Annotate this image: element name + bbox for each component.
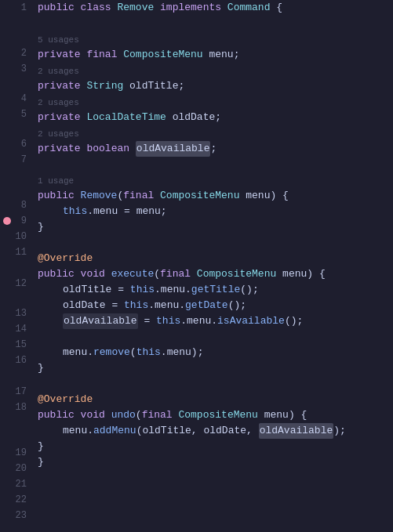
token-menu-addmenu: menu. <box>63 423 93 439</box>
token-oldavailable-hl: oldAvailable <box>136 141 211 157</box>
gutter-21: 21 <box>0 476 27 492</box>
gutter-16: 16 <box>0 353 27 368</box>
code-editor: 1 2 3 4 5 6 7 8 9 10 11 12 13 14 15 16 1… <box>0 0 393 532</box>
token-dot-2: .menu. <box>155 282 191 298</box>
token-public-3: public <box>38 266 81 282</box>
token-public-4: public <box>38 407 81 423</box>
token-private-3: private <box>38 110 86 125</box>
code-line-19: } <box>38 439 393 454</box>
token-addmenu-fn: addMenu <box>93 423 136 439</box>
token-eq-1: = <box>138 313 156 329</box>
token-paren7: ( <box>136 407 142 423</box>
token-close-brace-1: } <box>38 219 44 235</box>
token-paren3: (); <box>240 282 258 298</box>
code-line-18: menu. addMenu (oldTitle, oldDate, oldAva… <box>38 423 393 439</box>
token-class: class <box>81 0 118 16</box>
token-menu-var: menu; <box>209 47 239 63</box>
usage-5: 5 usages <box>38 33 393 47</box>
token-final-3: final <box>160 266 197 282</box>
gutter-2: 2 <box>0 45 27 61</box>
token-public-2: public <box>38 188 81 204</box>
code-line-4: private LocalDateTime oldDate; <box>38 110 393 125</box>
token-final-4: final <box>142 407 179 423</box>
gutter-7: 7 <box>0 152 27 168</box>
code-line-10: public void execute ( final CompositeMen… <box>38 266 393 282</box>
usage-2c: 2 usages <box>38 127 393 141</box>
token-remove-fn: Remove <box>81 188 118 204</box>
usage-2a: 2 usages <box>38 64 393 78</box>
token-void-1: void <box>81 266 111 282</box>
gutter-23: 23 <box>0 508 27 523</box>
token-paren1: ( <box>117 188 123 204</box>
token-close-brace-2: } <box>38 360 44 376</box>
gutter-13: 13 <box>0 306 27 321</box>
token-compositemenu-4: CompositeMenu <box>178 407 264 423</box>
usage-2b: 2 usages <box>38 96 393 110</box>
token-semi-1: ; <box>210 141 217 157</box>
gutter-22: 22 <box>0 492 27 508</box>
token-boolean: boolean <box>86 141 135 157</box>
token-this-1: this <box>63 204 87 219</box>
gutter-3: 3 <box>0 61 27 77</box>
token-undo-fn: undo <box>111 407 136 423</box>
token-isavailable: isAvailable <box>217 313 285 329</box>
blank-5 <box>38 376 393 392</box>
gutter-1: 1 <box>0 0 27 16</box>
token-paren4: (); <box>228 298 246 313</box>
gutter-17: 17 <box>0 384 27 400</box>
gutter-15: 15 <box>0 337 27 353</box>
token-final-2: final <box>123 188 160 204</box>
line-numbers: 1 2 3 4 5 6 7 8 9 10 11 12 13 14 15 16 1… <box>0 0 33 532</box>
token-remove: Remove <box>117 0 160 16</box>
token-menu-remove: menu. <box>63 345 93 360</box>
code-content: public class Remove implements Command {… <box>33 0 393 532</box>
token-public: public <box>38 0 81 16</box>
token-oldavailable-hl3: oldAvailable <box>259 423 334 439</box>
gutter-9: 9 <box>0 213 27 229</box>
gutter-19: 19 <box>0 445 27 461</box>
token-this-5: this <box>136 345 161 360</box>
gutter-4: 4 <box>0 91 27 107</box>
code-line-2: private final CompositeMenu menu; <box>38 47 393 63</box>
token-olddate-2: oldDate = <box>63 298 124 313</box>
gutter-12: 12 <box>0 276 27 291</box>
gutter-14: 14 <box>0 321 27 337</box>
token-compositemenu-3: CompositeMenu <box>197 266 282 282</box>
token-override-1: @Override <box>38 251 93 266</box>
token-dot-5: .menu); <box>161 345 204 360</box>
token-paren9: ); <box>333 423 346 439</box>
code-line-13: oldAvailable = this .menu. isAvailable (… <box>38 313 393 329</box>
token-paren8: (oldTitle, oldDate, <box>136 423 259 439</box>
blank-4 <box>38 329 393 345</box>
usage-1: 1 usage <box>38 174 393 188</box>
token-oldtitle-2: oldTitle = <box>63 282 130 298</box>
token-command: Command <box>227 0 276 16</box>
token-oldtitle: oldTitle; <box>129 78 184 94</box>
code-line-6: public Remove ( final CompositeMenu menu… <box>38 188 393 204</box>
code-line-20: } <box>38 454 393 470</box>
token-localdatetime: LocalDateTime <box>86 110 172 125</box>
token-this-2: this <box>130 282 155 298</box>
token-gettitle: getTitle <box>191 282 240 298</box>
code-line-5: private boolean oldAvailable ; <box>38 141 393 157</box>
token-getdate: getDate <box>185 298 228 313</box>
code-line-11: oldTitle = this .menu. getTitle (); <box>38 282 393 298</box>
code-line-1: public class Remove implements Command { <box>38 0 393 16</box>
token-execute-fn: execute <box>111 266 155 282</box>
token-menu-param: menu) { <box>246 188 289 204</box>
token-close-brace-3: } <box>38 439 44 454</box>
token-remove-fn2: remove <box>93 345 130 360</box>
token-void-2: void <box>81 407 111 423</box>
gutter-18: 18 <box>0 400 27 415</box>
token-paren6: ( <box>130 345 136 360</box>
token-string: String <box>86 78 129 94</box>
token-oldavailable-hl2: oldAvailable <box>63 313 138 329</box>
token-menu-param3: menu) { <box>264 407 307 423</box>
token-dot-4: .menu. <box>180 313 217 329</box>
token-private: private <box>38 47 86 63</box>
code-line-17: public void undo ( final CompositeMenu m… <box>38 407 393 423</box>
code-line-15: } <box>38 360 393 376</box>
token-override-2: @Override <box>38 392 93 407</box>
token-compositemenu-1: CompositeMenu <box>123 47 209 63</box>
code-line-7: this .menu = menu; <box>38 204 393 219</box>
